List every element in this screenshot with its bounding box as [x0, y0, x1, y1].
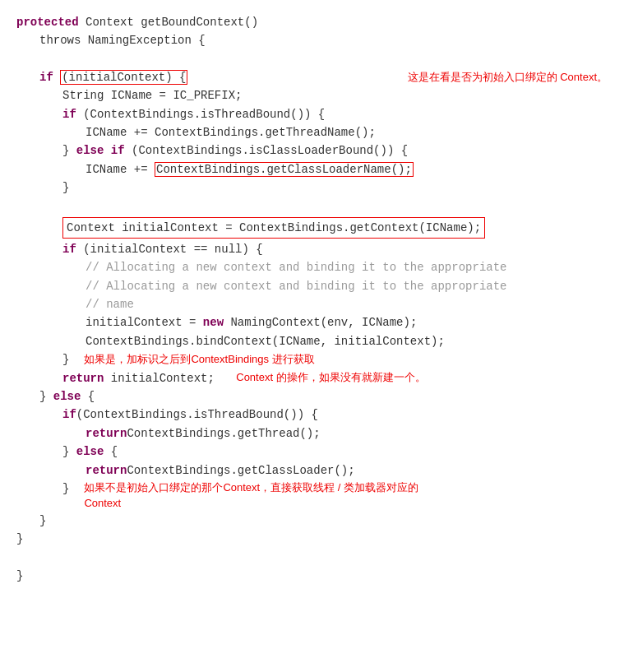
- close-method-brace: }: [16, 530, 23, 548]
- isthread2-text: (ContextBindings.isThreadBound()) {: [76, 406, 318, 424]
- code-line-close-else2: } 如果不是初始入口绑定的那个Context，直接获取线程 / 类加载器对应的 …: [16, 480, 608, 512]
- code-text: Context getBoundContext(): [86, 16, 258, 29]
- icname-thread: ICName += ContextBindings.getThreadName(…: [86, 126, 376, 139]
- code-line-close-else1: }: [16, 512, 608, 530]
- else-text: } else {: [39, 387, 95, 406]
- comment-name-text: // name: [86, 295, 134, 313]
- code-line-comment1-render: // Allocating a new context and binding …: [16, 277, 608, 295]
- code-line-icname: String ICName = IC_PREFIX;: [16, 86, 608, 104]
- close-else1-brace: }: [39, 512, 46, 530]
- close-brace2: }: [62, 181, 69, 194]
- code-text2: (ContextBindings.isThreadBound()) {: [83, 108, 325, 121]
- annotation-not-initial: 如果不是初始入口绑定的那个Context，直接获取线程 / 类加载器对应的 Co…: [84, 480, 418, 512]
- code-line-getclassloader: return ContextBindings.getClassLoader();: [16, 461, 608, 480]
- code-line-else: } else {: [16, 387, 608, 406]
- code-line-blank2: [16, 197, 608, 216]
- if-paren-boxed: (initialContext) {: [60, 70, 187, 85]
- keyword-else-if: else if: [76, 144, 125, 157]
- keyword-if: if: [39, 71, 53, 84]
- boxed-getcontext: Context initialContext = ContextBindings…: [62, 217, 485, 239]
- code-line-if: if (initialContext) { 这是在看是否为初始入口绑定的 Con…: [16, 68, 608, 86]
- code-line-getcontext: Context initialContext = ContextBindings…: [16, 216, 608, 240]
- code-line-threadname: ICName += ContextBindings.getThreadName(…: [16, 123, 608, 141]
- code-line-close-class: }: [16, 567, 608, 585]
- code-line-closebrace2: }: [16, 178, 608, 197]
- naming-context-new: initialContext = new NamingContext(env, …: [86, 313, 417, 331]
- code-line-comment1: // Allocating a new context and binding …: [16, 258, 608, 276]
- close-class-brace: }: [16, 567, 23, 585]
- code-line-elseif: } else if (ContextBindings.isClassLoader…: [16, 141, 608, 160]
- comment-allocating: // Allocating a new context and binding …: [86, 261, 506, 274]
- code-line-classloadername: ICName += ContextBindings.getClassLoader…: [16, 160, 608, 178]
- code-line-close-method: }: [16, 530, 608, 548]
- keyword-protected: protected: [16, 16, 79, 29]
- code-line-blank1: [16, 50, 608, 68]
- code-line-close-if-null: } 如果是，加标识之后到ContextBindings 进行获取: [16, 350, 608, 368]
- throws-text: throws NamingException {: [39, 34, 206, 47]
- close-else2-brace: }: [62, 480, 69, 498]
- getclassloader-text: ContextBindings.getClassLoader();: [127, 461, 354, 480]
- icname-plus: ICName +=: [86, 163, 155, 176]
- code-line-comment2: // name: [16, 295, 608, 313]
- code-line-2: throws NamingException {: [16, 31, 608, 49]
- string-keyword: String ICName = IC_PREFIX;: [62, 89, 242, 102]
- code-line-blank3: [16, 549, 608, 567]
- code-line-getthread: return ContextBindings.getThread();: [16, 424, 608, 443]
- code-line-bind-context: ContextBindings.bindContext(ICName, init…: [16, 332, 608, 350]
- annotation-if-tag: 如果是，加标识之后到ContextBindings 进行获取: [84, 351, 314, 368]
- classloader-bound: (ContextBindings.isClassLoaderBound()) {: [132, 144, 408, 157]
- code-line-isthread2: if (ContextBindings.isThreadBound()) {: [16, 406, 608, 424]
- code-line-else2: } else {: [16, 443, 608, 461]
- nullcheck-text: (initialContext == null) {: [83, 243, 262, 256]
- code-line-new-naming: initialContext = new NamingContext(env, …: [16, 313, 608, 331]
- close-if-null-brace: }: [62, 350, 69, 368]
- code-line-isthread: if (ContextBindings.isThreadBound()) {: [16, 105, 608, 123]
- comment-allocating-text: // Allocating a new context and binding …: [86, 277, 506, 295]
- close-brace1: }: [62, 144, 76, 157]
- getthread-text: ContextBindings.getThread();: [127, 424, 320, 443]
- keyword-return1: return: [62, 369, 104, 387]
- keyword-return2: return: [86, 424, 127, 443]
- code-container: protected Context getBoundContext() thro…: [16, 13, 608, 585]
- annotation-context-ops: Context 的操作，如果没有就新建一个。: [236, 369, 425, 387]
- annotation-initial-context: 这是在看是否为初始入口绑定的 Context。: [408, 69, 608, 86]
- else2-text: } else {: [62, 443, 118, 461]
- code-line-1: protected Context getBoundContext(): [16, 13, 608, 31]
- keyword-return3: return: [86, 461, 127, 480]
- code-line-nullcheck: if (initialContext == null) {: [16, 240, 608, 258]
- boxed-classloadername: ContextBindings.getClassLoaderName();: [155, 162, 414, 177]
- bind-context-text: ContextBindings.bindContext(ICName, init…: [86, 332, 445, 350]
- keyword-if3: if: [62, 243, 76, 256]
- return-initial-text: initialContext;: [104, 369, 221, 387]
- code-line-return: return initialContext; Context 的操作，如果没有就…: [16, 369, 608, 387]
- keyword-if4: if: [62, 406, 76, 424]
- keyword-if2: if: [62, 108, 76, 121]
